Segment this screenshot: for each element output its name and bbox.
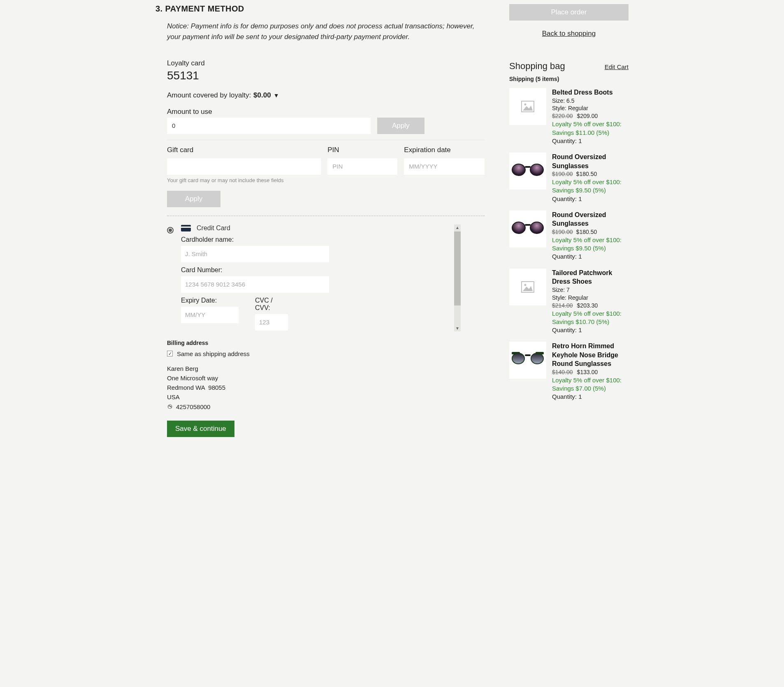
item-price: $203.30 [577, 302, 598, 310]
credit-card-scrollbar[interactable]: ▲ ▼ [454, 224, 461, 331]
image-placeholder-icon [521, 281, 534, 293]
item-meta: Size: 7 [552, 286, 629, 294]
item-thumbnail [509, 210, 546, 248]
loyalty-apply-button[interactable]: Apply [377, 118, 424, 134]
save-continue-button[interactable]: Save & continue [167, 421, 234, 437]
billing-street: One Microsoft way [167, 373, 485, 383]
item-savings: Loyalty 5% off over $100: Savings $7.00 … [552, 376, 629, 393]
payment-notice: Notice: Payment info is for demo purpose… [167, 21, 485, 43]
giftcard-pin-label: PIN [327, 146, 397, 154]
amount-to-use-label: Amount to use [167, 108, 485, 116]
item-price: $180.50 [576, 170, 597, 178]
item-thumbnail [509, 268, 546, 305]
bag-item: Belted Dress BootsSize: 6.5Style: Regula… [509, 88, 629, 145]
item-meta: Style: Regular [552, 294, 629, 302]
card-number-input[interactable] [181, 276, 329, 293]
item-price-original: $220.00 [552, 112, 573, 120]
expiry-input[interactable] [181, 307, 239, 323]
billing-name: Karen Berg [167, 364, 485, 373]
item-quantity: Quantity: 1 [552, 195, 629, 203]
item-price-original: $140.00 [552, 368, 573, 376]
item-name: Belted Dress Boots [552, 88, 629, 97]
item-savings: Loyalty 5% off over $100: Savings $11.00… [552, 120, 629, 137]
shipping-items-label: Shipping (5 items) [509, 76, 629, 82]
giftcard-exp-input[interactable] [404, 158, 485, 175]
loyalty-covered-row[interactable]: Amount covered by loyalty: $0.00 ▼ [167, 91, 485, 99]
scroll-down-icon[interactable]: ▼ [455, 325, 459, 331]
item-price-original: $190.00 [552, 170, 573, 178]
item-quantity: Quantity: 1 [552, 252, 629, 261]
item-price-original: $190.00 [552, 228, 573, 236]
giftcard-pin-input[interactable] [327, 158, 397, 175]
sunglasses-icon [512, 222, 544, 236]
loyalty-label: Loyalty card [167, 59, 485, 67]
sunglasses-icon [512, 164, 544, 178]
cvc-label: CVC / CVV: [255, 297, 288, 312]
giftcard-input[interactable] [167, 158, 321, 175]
expiry-label: Expiry Date: [181, 297, 239, 304]
svg-point-1 [524, 104, 527, 106]
scroll-thumb[interactable] [454, 231, 461, 305]
item-name: Round Oversized Sunglasses [552, 153, 629, 170]
item-thumbnail [509, 342, 546, 379]
giftcard-label: Gift card [167, 146, 321, 154]
edit-cart-link[interactable]: Edit Cart [605, 63, 629, 70]
giftcard-help-text: Your gift card may or may not include th… [167, 177, 485, 183]
shopping-bag-title: Shopping bag [509, 61, 565, 72]
section-title: 3. PAYMENT METHOD [155, 4, 485, 14]
item-savings: Loyalty 5% off over $100: Savings $9.50 … [552, 178, 629, 195]
billing-city: Redmond WA 98055 [167, 383, 485, 392]
place-order-button[interactable]: Place order [509, 4, 629, 21]
cvc-input[interactable] [255, 314, 288, 331]
credit-card-icon [181, 225, 191, 231]
item-price: $209.00 [577, 112, 598, 120]
item-savings: Loyalty 5% off over $100: Savings $10.70… [552, 310, 629, 326]
card-number-label: Card Number: [181, 266, 329, 274]
cardholder-label: Cardholder name: [181, 236, 329, 243]
item-price-original: $214.00 [552, 302, 573, 310]
loyalty-number: 55131 [167, 69, 485, 82]
cardholder-input[interactable] [181, 246, 329, 262]
item-name: Tailored Patchwork Dress Shoes [552, 268, 629, 286]
item-quantity: Quantity: 1 [552, 326, 629, 334]
item-name: Retro Horn Rimmed Keyhole Nose Bridge Ro… [552, 342, 629, 368]
bag-item: Round Oversized Sunglasses$190.00$180.50… [509, 210, 629, 261]
billing-country: USA [167, 392, 485, 402]
billing-phone: 4257058000 [176, 402, 210, 412]
divider-dotted [167, 215, 485, 216]
billing-title: Billing address [167, 340, 485, 346]
credit-card-radio[interactable] [167, 227, 174, 234]
giftcard-exp-label: Expiration date [404, 146, 485, 154]
item-quantity: Quantity: 1 [552, 393, 629, 401]
loyalty-covered-amount: $0.00 [253, 91, 271, 99]
bag-item: Round Oversized Sunglasses$190.00$180.50… [509, 153, 629, 203]
item-name: Round Oversized Sunglasses [552, 210, 629, 228]
same-as-shipping-checkbox[interactable]: ✓ [167, 351, 173, 356]
scroll-up-icon[interactable]: ▲ [455, 224, 459, 231]
item-thumbnail [509, 88, 546, 125]
loyalty-amount-input[interactable] [167, 118, 371, 134]
item-list: Belted Dress BootsSize: 6.5Style: Regula… [509, 88, 629, 401]
svg-point-3 [524, 284, 527, 286]
chevron-down-icon[interactable]: ▼ [274, 92, 279, 99]
item-thumbnail [509, 153, 546, 190]
same-as-shipping-label: Same as shipping address [177, 350, 250, 357]
image-placeholder-icon [521, 101, 534, 112]
item-price: $133.00 [577, 368, 598, 376]
giftcard-apply-button[interactable]: Apply [167, 191, 220, 207]
item-quantity: Quantity: 1 [552, 137, 629, 145]
item-meta: Size: 6.5 [552, 97, 629, 105]
billing-address: Karen Berg One Microsoft way Redmond WA … [167, 364, 485, 412]
bag-item: Retro Horn Rimmed Keyhole Nose Bridge Ro… [509, 342, 629, 401]
credit-card-option-label: Credit Card [197, 224, 230, 232]
item-savings: Loyalty 5% off over $100: Savings $9.50 … [552, 236, 629, 253]
divider [167, 140, 485, 140]
item-meta: Style: Regular [552, 104, 629, 112]
item-price: $180.50 [576, 228, 597, 236]
loyalty-covered-label: Amount covered by loyalty: [167, 91, 251, 99]
back-to-shopping-link[interactable]: Back to shopping [509, 30, 629, 38]
phone-icon: ✆ [165, 404, 174, 409]
sunglasses-icon [512, 353, 544, 368]
bag-item: Tailored Patchwork Dress ShoesSize: 7Sty… [509, 268, 629, 335]
